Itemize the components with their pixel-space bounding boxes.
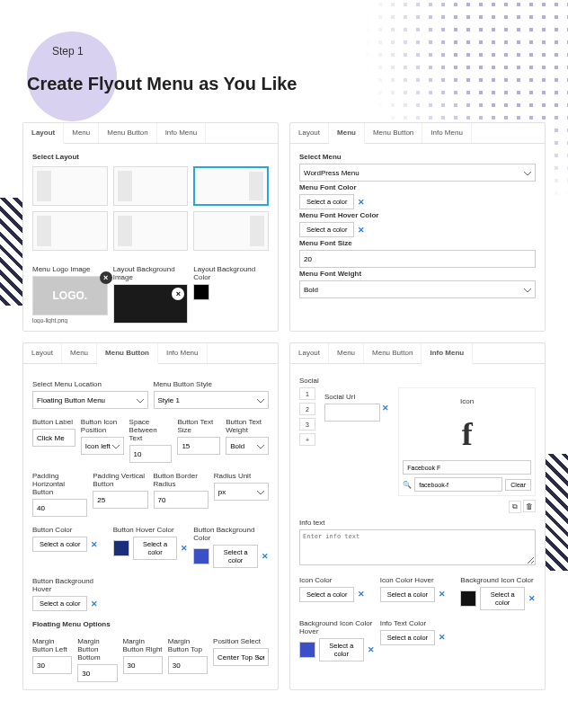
panel-info-menu: Layout Menu Menu Button Info Menu Social… — [289, 342, 546, 690]
clear-color-icon[interactable]: ✕ — [368, 645, 375, 654]
tab-menu[interactable]: Menu — [64, 123, 99, 143]
clear-color-icon[interactable]: ✕ — [439, 590, 446, 599]
pad-v-input[interactable] — [93, 491, 147, 509]
clear-icon[interactable]: ✕ — [382, 404, 389, 422]
tab-info-menu[interactable]: Info Menu — [157, 123, 207, 143]
font-weight-select[interactable]: Bold — [299, 280, 536, 298]
social-index[interactable]: 2 — [299, 403, 315, 415]
icon-search[interactable] — [414, 477, 502, 492]
clear-color-icon[interactable]: ✕ — [181, 544, 188, 553]
select-color-button[interactable]: Select a color — [133, 537, 178, 560]
select-color-button[interactable]: Select a color — [319, 638, 364, 661]
panel-menu-button: Layout Menu Menu Button Info Menu Select… — [22, 342, 279, 690]
font-size-input[interactable] — [299, 250, 536, 268]
clear-color-icon[interactable]: ✕ — [358, 226, 365, 235]
position-select[interactable]: Center Top Screen — [213, 648, 269, 666]
select-menu-label: Select Menu — [299, 153, 536, 161]
tab-menu[interactable]: Menu — [329, 123, 365, 144]
radius-unit[interactable]: px — [214, 483, 269, 501]
menu-logo-label: Menu Logo Image — [32, 265, 108, 273]
tab-layout[interactable]: Layout — [290, 123, 329, 143]
panel-layout: Layout Menu Menu Button Info Menu Select… — [22, 122, 279, 332]
select-color-button[interactable]: Select a color — [32, 537, 87, 552]
select-menu[interactable]: WordPress Menu — [299, 164, 536, 182]
logo-thumb[interactable]: LOGO. × — [32, 276, 108, 315]
icon-name[interactable] — [403, 460, 531, 475]
clear-color-icon[interactable]: ✕ — [91, 599, 98, 608]
font-color-label: Menu Font Color — [299, 183, 536, 191]
clear-color-icon[interactable]: ✕ — [262, 552, 269, 561]
select-color-button[interactable]: Select a color — [299, 222, 354, 237]
tab-info-menu[interactable]: Info Menu — [422, 343, 473, 364]
select-color-button[interactable]: Select a color — [380, 587, 435, 602]
icon-pos[interactable]: Icon left — [81, 437, 124, 455]
clear-color-icon[interactable]: ✕ — [439, 633, 446, 642]
tab-menu[interactable]: Menu — [329, 343, 364, 363]
social-index[interactable]: 3 — [299, 418, 315, 431]
tab-menu-button[interactable]: Menu Button — [364, 343, 422, 363]
select-layout-label: Select Layout — [32, 153, 269, 161]
layout-option[interactable] — [193, 211, 269, 251]
bg-thumb[interactable]: × — [113, 284, 189, 324]
color-swatch[interactable] — [299, 642, 315, 658]
clear-color-icon[interactable]: ✕ — [358, 590, 365, 599]
layout-option[interactable] — [32, 166, 108, 206]
text-size-input[interactable] — [177, 437, 220, 455]
margin-right-input[interactable] — [123, 656, 163, 674]
color-swatch[interactable] — [193, 548, 209, 564]
delete-icon[interactable]: × — [172, 288, 184, 300]
clear-button[interactable]: Clear — [505, 479, 531, 491]
tab-layout[interactable]: Layout — [23, 123, 64, 144]
social-index[interactable]: 1 — [299, 387, 315, 400]
pad-h-input[interactable] — [32, 499, 87, 517]
tab-info-menu[interactable]: Info Menu — [422, 123, 472, 143]
layout-option[interactable] — [113, 166, 189, 206]
select-color-button[interactable]: Select a color — [480, 587, 525, 610]
delete-icon[interactable]: 🗑 — [523, 500, 536, 512]
layout-option-selected[interactable] — [193, 166, 269, 206]
sel-loc[interactable]: Floating Button Menu — [32, 391, 148, 409]
info-text-input[interactable] — [299, 529, 536, 565]
clear-color-icon[interactable]: ✕ — [528, 594, 536, 603]
social-label: Social — [299, 377, 536, 385]
duplicate-icon[interactable]: ⧉ — [509, 501, 521, 513]
clear-color-icon[interactable]: ✕ — [358, 198, 365, 207]
add-social-button[interactable]: + — [299, 433, 315, 446]
margin-top-input[interactable] — [168, 656, 208, 674]
info-text-label: Info text — [299, 519, 536, 527]
clear-color-icon[interactable]: ✕ — [91, 540, 98, 549]
facebook-icon: f — [403, 408, 531, 460]
btn-label-input[interactable] — [32, 429, 75, 447]
tab-menu-button[interactable]: Menu Button — [99, 123, 156, 143]
search-icon: 🔍 — [403, 481, 412, 489]
sel-loc-label: Select Menu Location — [32, 380, 148, 388]
tab-info-menu[interactable]: Info Menu — [158, 343, 208, 363]
text-weight[interactable]: Bold — [226, 437, 269, 455]
select-color-button[interactable]: Select a color — [299, 194, 354, 209]
select-color-button[interactable]: Select a color — [380, 630, 435, 645]
tab-layout[interactable]: Layout — [290, 343, 329, 363]
select-color-button[interactable]: Select a color — [213, 545, 258, 568]
radius-input[interactable] — [154, 491, 209, 509]
tab-layout[interactable]: Layout — [23, 343, 62, 363]
tab-menu-button[interactable]: Menu Button — [365, 123, 422, 143]
select-color-button[interactable]: Select a color — [32, 596, 87, 611]
btn-style[interactable]: Style 1 — [154, 391, 270, 409]
color-swatch[interactable] — [113, 540, 129, 556]
social-url-input[interactable] — [324, 404, 380, 422]
btn-style-label: Menu Button Style — [154, 380, 270, 388]
layout-option[interactable] — [113, 211, 189, 251]
tab-menu-button[interactable]: Menu Button — [97, 343, 158, 364]
layout-option[interactable] — [32, 211, 108, 251]
space-input[interactable] — [129, 445, 173, 463]
color-swatch[interactable] — [193, 284, 209, 300]
tab-menu[interactable]: Menu — [62, 343, 97, 363]
select-color-button[interactable]: Select a color — [299, 587, 354, 602]
page-title: Create Flyout Menu as You Like — [27, 74, 541, 94]
hover-color-label: Menu Font Hover Color — [299, 211, 536, 219]
margin-bottom-input[interactable] — [77, 664, 117, 682]
bg-image-label: Layout Background Image — [113, 265, 189, 281]
color-swatch[interactable] — [460, 590, 476, 607]
margin-left-input[interactable] — [32, 656, 72, 674]
delete-icon[interactable]: × — [100, 271, 112, 284]
